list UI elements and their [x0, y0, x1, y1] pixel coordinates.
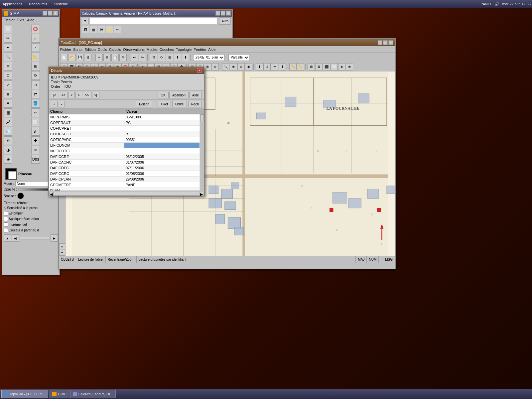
tc-tb2-21[interactable]: 🔍 — [222, 63, 229, 70]
details-aide-btn[interactable]: Aide — [189, 92, 202, 98]
tc-tb2-25[interactable]: ⬆ — [256, 63, 263, 70]
tool-crop[interactable]: ⊡ — [4, 71, 12, 80]
tool-fuzzy[interactable]: 🪄 — [31, 34, 40, 43]
gimp-menu-fichier[interactable]: Fichier — [4, 18, 15, 22]
tool-ellipse[interactable]: ⭕ — [31, 25, 40, 33]
tool-paint[interactable]: 🖌 — [4, 118, 12, 126]
details-xref-btn[interactable]: XRef — [158, 101, 171, 107]
details-edition-btn[interactable]: Edition — [136, 101, 152, 107]
tc-tb2-23[interactable]: ⊖ — [237, 63, 245, 70]
taskbar-app-calques[interactable]: Calques, Canaux, Ch... — [70, 390, 116, 398]
table-row[interactable]: NUFICDTEL — [49, 148, 200, 154]
details-rech-btn[interactable]: Rech — [188, 101, 202, 107]
table-row[interactable]: COFICSECTB — [49, 131, 200, 137]
table-row[interactable]: LIFICDNOM — [49, 143, 200, 148]
details-ordre-btn[interactable]: Ordre — [172, 101, 187, 107]
menu-applications[interactable]: Applications — [1, 1, 24, 7]
topocad-maximize-btn[interactable]: □ — [383, 40, 388, 45]
tc-tb2-27[interactable]: ⬅ — [271, 63, 278, 70]
tool-dodge[interactable]: ◑ — [4, 146, 12, 154]
tool-paths[interactable]: ✒ — [4, 43, 12, 52]
tc-menu-outils[interactable]: Outils — [98, 48, 107, 52]
tc-tb-copy[interactable]: ⎘ — [103, 54, 111, 61]
tc-tb2-29[interactable]: 📏 — [289, 63, 297, 70]
table-row[interactable]: NUPERMIS05M1009 — [49, 114, 200, 120]
nav-down[interactable]: ▼ — [59, 250, 65, 256]
details-nav-prev[interactable]: < — [68, 92, 75, 98]
details-close-btn[interactable]: × — [197, 68, 202, 73]
table-row[interactable]: COFICPRET — [49, 126, 200, 131]
tc-menu-observations[interactable]: Observations — [123, 48, 145, 52]
table-row[interactable]: COPERAUTPC — [49, 120, 200, 126]
tc-tb-undo[interactable]: ↩ — [131, 54, 138, 61]
menu-raccourcis[interactable]: Raccourcis — [28, 1, 48, 7]
tc-tb2-28[interactable]: ⬆ — [279, 63, 286, 70]
gimp-scroll-up[interactable]: ▲ — [4, 234, 11, 242]
tc-tb2-20[interactable]: ⊖ — [211, 63, 219, 70]
gimp-menu-aide[interactable]: Aide — [27, 18, 34, 22]
topocad-close-btn[interactable]: × — [388, 40, 393, 45]
tc-tb-settings[interactable]: ⚙ — [150, 54, 157, 61]
tc-tb-cut[interactable]: ✂ — [95, 54, 103, 61]
tc-tb-import[interactable]: ⬇ — [174, 54, 181, 61]
tool-rotate[interactable]: ⟳ — [31, 71, 40, 80]
gimp-minimize-btn[interactable]: _ — [43, 11, 47, 16]
tool-airbrush[interactable]: 💨 — [4, 127, 12, 136]
menu-systeme[interactable]: Système — [53, 1, 69, 7]
details-nav-next-next[interactable]: >> — [83, 92, 91, 98]
nav-up[interactable]: ▲ — [59, 243, 65, 249]
tc-tb-redo[interactable]: ↪ — [139, 54, 146, 61]
tool-rect[interactable]: ⬜ — [4, 25, 12, 33]
tc-tb2-30[interactable]: 📐 — [297, 63, 304, 70]
obs-btn[interactable]: Obs — [31, 155, 40, 164]
calques-auto-btn[interactable]: Auto — [219, 17, 231, 25]
tc-menu-couches[interactable]: Couches — [160, 48, 174, 52]
calques-tool-2[interactable]: ▦ — [90, 26, 97, 33]
tc-tb2-34[interactable]: ⬜ — [331, 63, 338, 70]
tc-tb-export[interactable]: ⬆ — [182, 54, 189, 61]
tc-tb2-32[interactable]: ⊠ — [315, 63, 323, 70]
calques-input[interactable] — [90, 18, 218, 24]
calques-tool-4[interactable]: ⭐ — [106, 26, 113, 33]
hscroll-right[interactable]: ▶ — [200, 192, 203, 195]
tool-measure[interactable]: 📐 — [31, 53, 40, 61]
gimp-scroll-right[interactable]: ▶ — [51, 234, 58, 242]
gimp-scroll-left[interactable]: ◀ — [12, 234, 19, 242]
table-row[interactable]: DAFICDEC07/11/2006 — [49, 165, 200, 171]
table-row[interactable]: DAFICCRE06/12/2005 — [49, 154, 200, 160]
details-vscrollbar[interactable] — [200, 114, 204, 191]
hscroll-left[interactable]: ◀ — [50, 192, 53, 195]
gimp-hscroll[interactable] — [20, 237, 50, 239]
tc-tb2-22[interactable]: ⊕ — [230, 63, 237, 70]
tool-scale[interactable]: ⤢ — [4, 80, 12, 89]
fade-checkbox[interactable] — [4, 211, 8, 215]
table-row[interactable]: PLAN — [49, 188, 200, 191]
table-row[interactable]: COFICPARC00351 — [49, 137, 200, 143]
tc-dropdown-parcelle[interactable]: Parcelle — [228, 54, 249, 61]
gimp-close-btn[interactable]: × — [53, 11, 58, 16]
tc-tb-save[interactable]: 💾 — [76, 54, 83, 61]
calques-tool-3[interactable]: 🗺 — [98, 26, 105, 33]
gimp-menu-exts[interactable]: Exts — [17, 18, 24, 22]
details-order-plus[interactable]: + — [51, 101, 58, 107]
tool-zoom[interactable]: 🔍 — [4, 53, 12, 61]
tc-tb-paste[interactable]: 📋 — [111, 54, 119, 61]
table-row[interactable]: GEOMETREPANEL — [49, 182, 200, 188]
tc-tb-new[interactable]: 📄 — [60, 54, 67, 61]
calques-close-btn[interactable]: × — [226, 11, 231, 16]
fluctuate-checkbox[interactable] — [4, 217, 8, 221]
details-nav-first[interactable]: |< — [51, 92, 58, 98]
tool-perspective[interactable]: ⊠ — [4, 90, 12, 98]
tool-ink[interactable]: 🖊 — [31, 127, 40, 136]
incremental-checkbox[interactable] — [4, 222, 8, 227]
table-row[interactable]: DAFICCRO01/08/2006 — [49, 171, 200, 177]
tc-menu-edition[interactable]: Edition — [84, 48, 96, 52]
tc-tb-open[interactable]: 📂 — [68, 54, 75, 61]
tc-tb-refresh[interactable]: ⟳ — [158, 54, 165, 61]
calques-maximize-btn[interactable]: □ — [221, 11, 225, 16]
tool-free-select[interactable]: ✂ — [4, 34, 12, 43]
tc-menu-script[interactable]: Script — [73, 48, 82, 52]
tool-text[interactable]: A — [4, 99, 12, 108]
tc-tb-layers[interactable]: ⊞ — [166, 54, 173, 61]
tc-tb2-33[interactable]: ⬛ — [323, 63, 330, 70]
